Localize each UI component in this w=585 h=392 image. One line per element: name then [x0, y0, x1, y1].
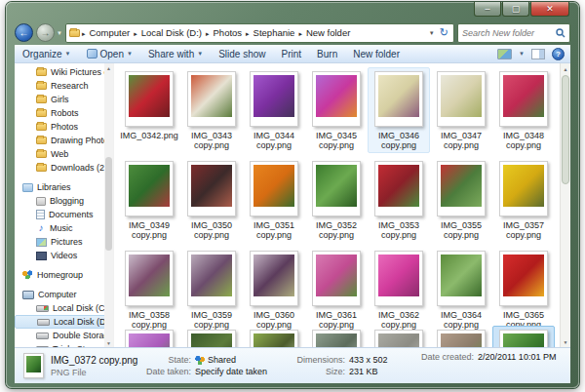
- folder-icon: [36, 137, 47, 144]
- breadcrumb-item[interactable]: New folder: [304, 26, 352, 39]
- file-item[interactable]: IMG_0364 copy.png: [430, 247, 492, 333]
- file-item[interactable]: IMG_0352 copy.png: [305, 157, 368, 243]
- sidebar-item-downloads-2[interactable]: Downloads (2): [15, 161, 113, 175]
- change-view-icon[interactable]: [497, 49, 512, 59]
- breadcrumb-item[interactable]: Stephanie: [252, 26, 297, 39]
- file-item[interactable]: IMG_0358 copy.png: [118, 247, 180, 333]
- details-column-size: Dimensions: 433 x 502 Size: 231 KB: [289, 355, 413, 376]
- sidebar-item-label: Web: [51, 149, 68, 159]
- scroll-down-icon[interactable]: ▼: [104, 338, 113, 347]
- file-item[interactable]: [492, 326, 555, 347]
- toolbar-button-organize[interactable]: Organize▼: [15, 45, 79, 62]
- sidebar-item-blogging[interactable]: Blogging: [15, 194, 113, 208]
- file-item[interactable]: IMG_0361 copy.png: [305, 247, 368, 333]
- toolbar-button-open[interactable]: Open▼: [79, 45, 140, 62]
- help-icon[interactable]: ?: [552, 48, 565, 60]
- file-thumbnail: [312, 161, 361, 216]
- scroll-down-icon[interactable]: ▼: [561, 336, 570, 347]
- close-button[interactable]: ✕: [530, 2, 569, 17]
- file-item[interactable]: IMG_0359 copy.png: [180, 247, 243, 333]
- breadcrumb-item[interactable]: Local Disk (D:): [139, 26, 204, 39]
- minimize-button[interactable]: –: [474, 2, 501, 17]
- recent-pages-dropdown-icon[interactable]: ▼: [57, 30, 62, 36]
- date-taken-label: Date taken:: [144, 367, 195, 376]
- search-box[interactable]: [457, 23, 570, 43]
- sidebar-item-local-disk-c[interactable]: Local Disk (C:): [15, 301, 113, 315]
- thumbnail-image: [441, 75, 482, 117]
- file-item[interactable]: [368, 326, 430, 347]
- breadcrumb-item[interactable]: Computer: [87, 26, 132, 39]
- size-value: 231 KB: [349, 367, 378, 376]
- breadcrumb[interactable]: ▸Computer▸Local Disk (D:)▸Photos▸Stephan…: [65, 23, 454, 43]
- sidebar-item-libraries[interactable]: Libraries: [15, 180, 113, 194]
- sidebar-item-wiki-pictures-of-t[interactable]: Wiki Pictures of t: [15, 65, 113, 79]
- file-item[interactable]: [305, 326, 368, 347]
- back-button[interactable]: ←: [15, 23, 33, 42]
- file-item[interactable]: IMG_0342.png: [118, 67, 180, 153]
- sidebar-item-research[interactable]: Research: [15, 79, 113, 93]
- file-item[interactable]: IMG_0357 copy.png: [492, 157, 555, 243]
- sidebar-item-girls[interactable]: Girls: [15, 93, 113, 106]
- file-item[interactable]: [430, 326, 492, 347]
- breadcrumb-item[interactable]: Photos: [212, 26, 245, 39]
- sidebar-item-photos[interactable]: Photos: [15, 120, 113, 134]
- file-item[interactable]: IMG_0360 copy.png: [243, 247, 305, 333]
- toolbar-button-new-folder[interactable]: New folder: [345, 45, 408, 62]
- file-item[interactable]: IMG_0353 copy.png: [368, 157, 430, 243]
- sidebar-item-label: Computer: [38, 290, 77, 299]
- file-item[interactable]: IMG_0345 copy.png: [305, 67, 368, 153]
- file-item[interactable]: [118, 326, 180, 347]
- toolbar-button-print[interactable]: Print: [274, 45, 310, 62]
- size-label: Size:: [289, 367, 349, 376]
- file-item[interactable]: IMG_0343 copy.png: [180, 67, 243, 153]
- grid-scrollbar-thumb[interactable]: [562, 75, 569, 184]
- sidebar-item-robots[interactable]: Robots: [15, 106, 113, 120]
- thumbnail-image: [129, 333, 170, 347]
- forward-button[interactable]: →: [36, 23, 55, 42]
- sidebar-item-videos[interactable]: Videos: [15, 249, 113, 262]
- sidebar-item-local-disk-d[interactable]: Local Disk (D:): [15, 315, 113, 329]
- file-item[interactable]: IMG_0351 copy.png: [243, 157, 305, 243]
- file-item[interactable]: [243, 326, 305, 347]
- toolbar-button-slide-show[interactable]: Slide show: [211, 45, 273, 62]
- sidebar-scrollbar[interactable]: ▲ ▼: [104, 63, 113, 347]
- maximize-button[interactable]: ▢: [502, 2, 529, 17]
- file-item[interactable]: IMG_0362 copy.png: [368, 247, 430, 333]
- file-item[interactable]: IMG_0344 copy.png: [243, 67, 305, 153]
- sidebar-item-web[interactable]: Web: [15, 147, 113, 161]
- file-item[interactable]: IMG_0346 copy.png: [368, 67, 430, 153]
- sidebar-item-documents[interactable]: Documents: [15, 208, 113, 221]
- toolbar-button-label: Slide show: [218, 49, 265, 59]
- file-thumbnail: [437, 251, 486, 306]
- thumbnail-image: [316, 165, 357, 207]
- file-item[interactable]: IMG_0350 copy.png: [180, 157, 243, 243]
- address-dropdown-icon[interactable]: ▼: [426, 30, 438, 36]
- libraries-icon: [22, 183, 33, 192]
- file-item[interactable]: IMG_0365 copy.png: [492, 247, 555, 333]
- toolbar-button-share-with[interactable]: Share with▼: [140, 45, 211, 62]
- file-item[interactable]: IMG_0355 copy.png: [430, 157, 492, 243]
- sidebar-item-homegroup[interactable]: Homegroup: [15, 268, 113, 282]
- disk-system-icon: [36, 305, 49, 312]
- scroll-up-icon[interactable]: ▲: [561, 63, 570, 74]
- grid-scrollbar[interactable]: ▲ ▼: [560, 63, 570, 347]
- sidebar-scrollbar-thumb[interactable]: [105, 157, 112, 251]
- sidebar-item-computer[interactable]: Computer: [15, 288, 113, 301]
- search-input[interactable]: [462, 28, 552, 38]
- file-item[interactable]: [180, 326, 243, 347]
- sidebar-item-drawing-photos[interactable]: Drawing Photos: [15, 134, 113, 147]
- thumbnail-image: [503, 255, 544, 296]
- toolbar-button-label: New folder: [353, 49, 400, 59]
- sidebar-item-pictures[interactable]: Pictures: [15, 235, 113, 249]
- change-view-dropdown-icon[interactable]: ▼: [519, 51, 525, 57]
- file-item[interactable]: IMG_0349 copy.png: [118, 157, 180, 243]
- sidebar-item-music[interactable]: ♪Music: [15, 221, 113, 235]
- file-item[interactable]: IMG_0347 copy.png: [430, 67, 492, 153]
- preview-pane-icon[interactable]: [531, 49, 545, 59]
- sidebar-item-double-storage[interactable]: Double Storage (: [15, 329, 113, 342]
- toolbar-button-burn[interactable]: Burn: [309, 45, 345, 62]
- file-item[interactable]: IMG_0348 copy.png: [492, 67, 555, 153]
- scroll-up-icon[interactable]: ▲: [104, 63, 113, 72]
- date-taken-value[interactable]: Specify date taken: [195, 367, 267, 376]
- refresh-icon[interactable]: ↻: [438, 26, 450, 39]
